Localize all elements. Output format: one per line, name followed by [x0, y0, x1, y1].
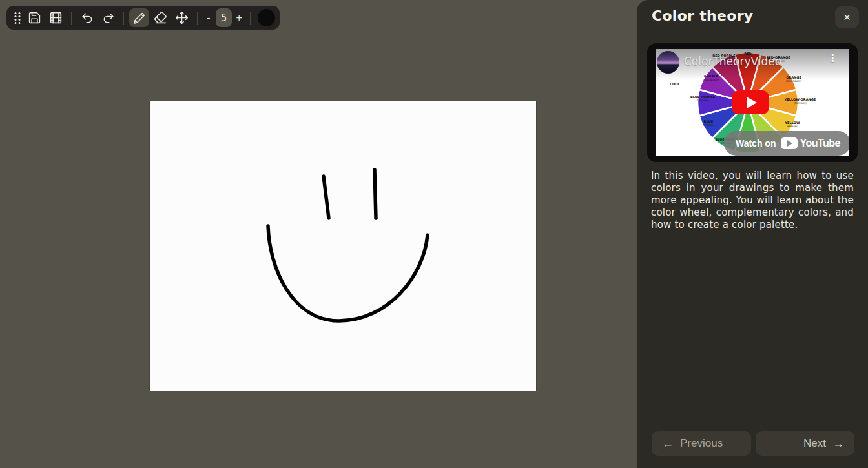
move-tool-button[interactable] — [172, 8, 192, 27]
toolbar-separator — [250, 12, 251, 25]
drawing-canvas[interactable] — [150, 101, 536, 391]
move-icon — [175, 11, 189, 25]
frames-button[interactable] — [46, 8, 66, 27]
next-label: Next — [803, 437, 826, 450]
previous-label: Previous — [680, 437, 723, 450]
play-icon — [747, 97, 757, 108]
toolbar-separator — [197, 12, 198, 25]
close-icon: × — [843, 10, 851, 25]
panel-title: Color theory — [652, 8, 753, 24]
undo-icon — [81, 12, 94, 25]
wheel-label: COOL — [670, 83, 679, 86]
color-theory-panel: Color theory × REDRED-PURPLE(TERTIARY)RE… — [637, 0, 868, 468]
video-title-overlay: ColorTheoryVideo ⋮ — [656, 49, 849, 80]
lesson-navigation: ← Previous Next → — [652, 431, 854, 456]
next-button[interactable]: Next → — [756, 431, 855, 456]
redo-icon — [102, 12, 115, 25]
smiley-drawing — [150, 101, 536, 391]
video-title: ColorTheoryVideo — [684, 55, 781, 68]
toolbar-separator — [71, 12, 72, 25]
undo-button[interactable] — [77, 8, 97, 27]
wheel-label: BLUE(PRIMARY) — [703, 120, 714, 127]
drawing-toolbar: - 5 + — [6, 6, 280, 30]
channel-avatar — [657, 51, 679, 74]
left-eye-stroke — [324, 176, 329, 218]
arrow-left-icon: ← — [662, 437, 674, 451]
drag-handle[interactable] — [11, 8, 23, 27]
save-button[interactable] — [25, 8, 45, 27]
arrow-right-icon: → — [832, 437, 844, 451]
film-icon — [49, 11, 63, 25]
save-icon — [28, 11, 41, 25]
close-panel-button[interactable]: × — [835, 6, 859, 28]
pen-tool-button[interactable] — [129, 8, 149, 27]
color-swatch-button[interactable] — [258, 9, 275, 26]
wheel-label: YELLOW(PRIMARY) — [785, 121, 800, 128]
youtube-play-icon — [781, 137, 798, 149]
youtube-wordmark: YouTube — [800, 137, 840, 149]
redo-button[interactable] — [98, 8, 118, 27]
previous-button[interactable]: ← Previous — [652, 431, 751, 456]
toolbar-separator — [123, 12, 124, 25]
stroke-width-increase-button[interactable]: + — [233, 8, 245, 27]
lesson-description: In this video, you will learn how to use… — [651, 170, 854, 231]
watch-on-youtube-button[interactable]: Watch on YouTube — [724, 131, 849, 156]
smile-stroke — [268, 226, 428, 321]
pen-icon — [133, 12, 146, 25]
eraser-tool-button[interactable] — [150, 8, 170, 27]
watch-on-label: Watch on — [736, 138, 776, 148]
stroke-width-decrease-button[interactable]: - — [203, 8, 214, 27]
youtube-logo: YouTube — [781, 137, 840, 149]
youtube-embed[interactable]: REDRED-PURPLE(TERTIARY)RED-ORANGE(TERTIA… — [647, 43, 858, 162]
video-thumbnail: REDRED-PURPLE(TERTIARY)RED-ORANGE(TERTIA… — [656, 49, 849, 156]
video-menu-icon[interactable]: ⋮ — [827, 53, 838, 63]
stroke-width-value[interactable]: 5 — [216, 8, 232, 27]
eraser-icon — [154, 11, 167, 25]
wheel-label: YELLOW-ORANGE(TERTIARY) — [785, 98, 816, 105]
grip-dots-icon — [13, 12, 22, 25]
wheel-label: BLUE-PURPLE(TERTIARY) — [690, 96, 715, 102]
right-eye-stroke — [375, 170, 376, 218]
play-button[interactable] — [732, 90, 769, 114]
